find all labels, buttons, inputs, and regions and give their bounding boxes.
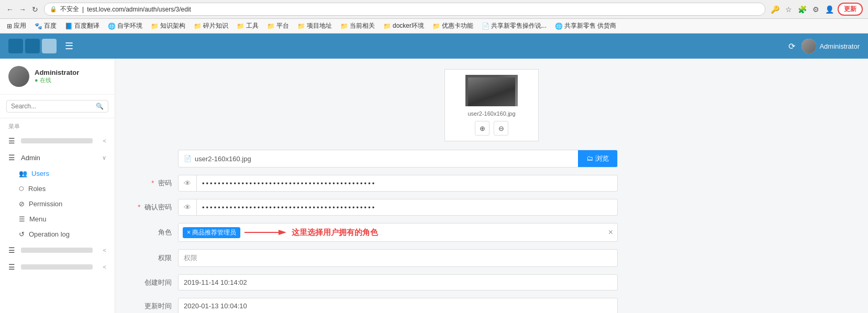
preview-filename: user2-160x160.jpg [468,110,515,117]
file-input-value: user2-160x160.jpg [195,155,251,163]
bookmark-tools[interactable]: 📁 工具 [234,20,261,31]
updated-control-wrapper: 2020-01-13 10:04:10 [178,298,618,313]
star-icon[interactable]: ☆ [783,4,794,15]
sidebar: Administrator ● 在线 🔍 菜单 ☰ < [0,59,115,313]
sidebar-item-admin[interactable]: ☰ Admin ∨ [0,149,115,166]
sidebar-item-menu[interactable]: ☰ Menu [0,211,115,227]
refresh-icon[interactable]: ⟳ [788,41,795,51]
sidebar-search: 🔍 [0,95,115,118]
chevron-icon-2: < [103,247,106,253]
bookmark-selfenv[interactable]: 🌐 自学环境 [105,20,145,31]
search-input[interactable] [11,103,96,110]
required-star-confirm: * [138,203,140,211]
admin-avatar [802,39,816,53]
confirm-password-value: ••••••••••••••••••••••••••••••••••••••••… [197,200,617,215]
password-label-text: 密码 [158,179,172,187]
sidebar-item-placeholder-2[interactable]: ☰ < [0,242,115,259]
bookmark-fragments[interactable]: 📁 碎片知识 [191,20,231,31]
bookmark-coupon[interactable]: 📁 优惠卡功能 [430,20,476,31]
role-close-button[interactable]: × [608,228,613,237]
settings-icon[interactable]: ⚙ [810,4,821,15]
bookmark-share2[interactable]: 🌐 共享新零售 供货商 [552,20,619,31]
users-icon: 👥 [19,170,27,177]
confirm-password-toggle-icon[interactable]: 👁 [179,199,197,215]
coupon-icon: 📁 [432,23,440,30]
password-label: * 密码 [131,178,178,188]
header-logo [8,39,57,53]
role-tag[interactable]: × 商品推荐管理员 [183,227,240,238]
browser-nav: ← → ↻ [5,5,40,14]
logo-block-3 [42,39,57,53]
menu-icon-1: ☰ [8,137,17,145]
bookmark-docker[interactable]: 📁 docker环境 [381,20,427,31]
file-input-row: 📄 user2-160x160.jpg 🗂 浏览 [131,150,852,167]
browse-button[interactable]: 🗂 浏览 [578,150,617,167]
permission-control-wrapper: 权限 [178,249,618,267]
address-bar[interactable]: 🔒 不安全 | test.love.com/admin/auth/users/3… [44,3,765,16]
admin-chevron-icon: ∨ [102,154,106,161]
preview-zoom-in-button[interactable]: ⊕ [475,121,489,136]
bookmark-knowledge[interactable]: 📁 知识架构 [148,20,188,31]
role-annotation-text: 这里选择用户拥有的角色 [292,228,378,238]
key-icon[interactable]: 🔑 [770,4,780,15]
preview-zoom-out-button[interactable]: ⊖ [494,121,508,136]
oplog-icon: ↺ [19,230,25,238]
bookmark-apps[interactable]: ⊞ 应用 [4,20,29,31]
preview-actions: ⊕ ⊖ [475,121,508,136]
bookmark-baidu[interactable]: 🐾 百度 [32,20,59,31]
current-icon: 📁 [340,23,348,30]
bookmark-current[interactable]: 📁 当前相关 [338,20,377,31]
role-input-field[interactable]: × 商品推荐管理员 这里选择用户拥有的角色 × [178,223,618,242]
header-right: ⟳ Administrator [788,39,860,53]
sidebar-item-placeholder-3[interactable]: ☰ < [0,259,115,275]
admin-icon: ☰ [8,153,17,162]
app-wrapper: ☰ ⟳ Administrator Administrator ● 在线 [0,33,868,313]
bookmarks-bar: ⊞ 应用 🐾 百度 📘 百度翻译 🌐 自学环境 📁 知识架构 📁 碎片知识 📁 … [0,19,868,33]
sidebar-username: Administrator [35,69,79,76]
bookmark-fanyi[interactable]: 📘 百度翻译 [62,20,102,31]
hamburger-menu[interactable]: ☰ [65,40,73,52]
main-content: user2-160x160.jpg ⊕ ⊖ 📄 user2-160x160.jp… [115,59,868,313]
image-preview-box: user2-160x160.jpg ⊕ ⊖ [444,69,539,141]
role-control-wrapper: × 商品推荐管理员 这里选择用户拥有的角色 × [178,223,618,242]
search-icon: 🔍 [96,103,104,110]
menu-icon-2: ☰ [8,246,17,254]
reload-button[interactable]: ↻ [30,5,40,14]
sidebar-item-roles[interactable]: ⬡ Roles [0,181,115,196]
account-icon[interactable]: 👤 [824,4,834,15]
permission-input[interactable]: 权限 [178,249,618,267]
extension-icon[interactable]: 🧩 [797,4,807,15]
platform-icon: 📁 [267,23,275,30]
project-icon: 📁 [297,23,305,30]
search-box[interactable]: 🔍 [6,100,108,113]
forward-button[interactable]: → [18,5,27,14]
required-star-pwd: * [151,179,154,187]
password-toggle-icon[interactable]: 👁 [179,175,197,191]
sidebar-item-oplog[interactable]: ↺ Operation log [0,227,115,242]
updated-time-row: 更新时间 2020-01-13 10:04:10 [131,298,852,313]
bookmark-projectaddr[interactable]: 📁 项目地址 [295,20,335,31]
file-control-wrapper: 📄 user2-160x160.jpg 🗂 浏览 [178,150,618,167]
apps-icon: ⊞ [7,23,12,30]
updated-label: 更新时间 [131,301,178,311]
sidebar-item-permission[interactable]: ⊘ Permission [0,196,115,211]
update-button[interactable]: 更新 [838,3,863,16]
password-input-field: 👁 ••••••••••••••••••••••••••••••••••••••… [178,175,618,192]
bookmark-share1[interactable]: 📄 共享新零售操作说... [479,20,549,31]
sidebar-item-users[interactable]: 👥 Users [0,166,115,181]
role-annotation-area: 这里选择用户拥有的角色 [244,227,604,238]
browser-bar: ← → ↻ 🔒 不安全 | test.love.com/admin/auth/u… [0,0,868,19]
app-body: Administrator ● 在线 🔍 菜单 ☰ < [0,59,868,313]
svg-marker-1 [279,230,286,235]
permission-icon: ⊘ [19,200,25,208]
bookmark-platform[interactable]: 📁 平台 [264,20,292,31]
password-value: ••••••••••••••••••••••••••••••••••••••••… [197,176,617,191]
sidebar-item-placeholder-1[interactable]: ☰ < [0,132,115,149]
role-label: 角色 [131,228,178,237]
back-button[interactable]: ← [5,5,15,14]
confirm-password-input-field: 👁 ••••••••••••••••••••••••••••••••••••••… [178,199,618,216]
confirm-password-label: * 确认密码 [131,203,178,212]
app-header: ☰ ⟳ Administrator [0,33,868,59]
fanyi-icon: 📘 [65,23,73,30]
created-label: 创建时间 [131,278,178,287]
